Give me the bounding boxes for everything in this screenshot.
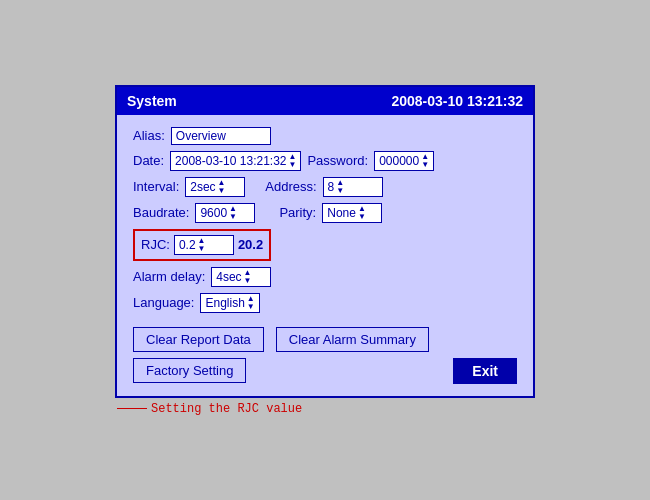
- title-bar: System 2008-03-10 13:21:32: [117, 87, 533, 115]
- password-value: 000000: [379, 154, 419, 168]
- baudrate-parity-row: Baudrate: 9600 ▲ ▼ Parity: None ▲ ▼: [133, 203, 517, 223]
- interval-value: 2sec: [190, 180, 215, 194]
- rjc-down-arrow[interactable]: ▼: [198, 245, 206, 253]
- date-password-row: Date: 2008-03-10 13:21:32 ▲ ▼ Password: …: [133, 151, 517, 171]
- alarm-delay-row: Alarm delay: 4sec ▲ ▼: [133, 267, 517, 287]
- language-label: Language:: [133, 295, 194, 310]
- address-value: 8: [328, 180, 335, 194]
- password-label: Password:: [307, 153, 368, 168]
- alias-label: Alias:: [133, 128, 165, 143]
- baudrate-field[interactable]: 9600 ▲ ▼: [195, 203, 255, 223]
- password-spinner[interactable]: ▲ ▼: [421, 153, 429, 169]
- alarm-delay-field[interactable]: 4sec ▲ ▼: [211, 267, 271, 287]
- rjc-field1[interactable]: 0.2 ▲ ▼: [174, 235, 234, 255]
- rjc-spinner1[interactable]: ▲ ▼: [198, 237, 206, 253]
- alarm-delay-spinner[interactable]: ▲ ▼: [244, 269, 252, 285]
- date-spinner[interactable]: ▲ ▼: [289, 153, 297, 169]
- alarm-delay-value: 4sec: [216, 270, 241, 284]
- date-down-arrow[interactable]: ▼: [289, 161, 297, 169]
- exit-button[interactable]: Exit: [453, 358, 517, 384]
- parity-down-arrow[interactable]: ▼: [358, 213, 366, 221]
- interval-down-arrow[interactable]: ▼: [218, 187, 226, 195]
- parity-field[interactable]: None ▲ ▼: [322, 203, 382, 223]
- address-label: Address:: [265, 179, 316, 194]
- rjc-label: RJC:: [141, 237, 170, 252]
- window-title: System: [127, 93, 177, 109]
- language-field[interactable]: English ▲ ▼: [200, 293, 260, 313]
- content-area: Alias: Overview Date: 2008-03-10 13:21:3…: [117, 115, 533, 396]
- parity-value: None: [327, 206, 356, 220]
- rjc-note-text: Setting the RJC value: [151, 402, 302, 416]
- language-spinner[interactable]: ▲ ▼: [247, 295, 255, 311]
- alias-row: Alias: Overview: [133, 127, 517, 145]
- window-datetime: 2008-03-10 13:21:32: [391, 93, 523, 109]
- alarm-delay-down-arrow[interactable]: ▼: [244, 277, 252, 285]
- factory-setting-button[interactable]: Factory Setting: [133, 358, 246, 383]
- language-row: Language: English ▲ ▼: [133, 293, 517, 313]
- button-row-1: Clear Report Data Clear Alarm Summary: [133, 327, 517, 352]
- password-field[interactable]: 000000 ▲ ▼: [374, 151, 434, 171]
- baudrate-value: 9600: [200, 206, 227, 220]
- address-spinner[interactable]: ▲ ▼: [336, 179, 344, 195]
- clear-alarm-button[interactable]: Clear Alarm Summary: [276, 327, 429, 352]
- factory-setting-wrapper: Factory Setting: [133, 358, 246, 383]
- password-down-arrow[interactable]: ▼: [421, 161, 429, 169]
- alias-field[interactable]: Overview: [171, 127, 271, 145]
- rjc-highlight-box: RJC: 0.2 ▲ ▼ 20.2: [133, 229, 271, 261]
- date-label: Date:: [133, 153, 164, 168]
- interval-field[interactable]: 2sec ▲ ▼: [185, 177, 245, 197]
- interval-address-row: Interval: 2sec ▲ ▼ Address: 8 ▲ ▼: [133, 177, 517, 197]
- baudrate-down-arrow[interactable]: ▼: [229, 213, 237, 221]
- rjc-row: RJC: 0.2 ▲ ▼ 20.2: [133, 229, 517, 261]
- parity-label: Parity:: [279, 205, 316, 220]
- system-window: System 2008-03-10 13:21:32 Alias: Overvi…: [115, 85, 535, 398]
- outer-container: System 2008-03-10 13:21:32 Alias: Overvi…: [115, 85, 535, 416]
- button-row-2: Factory Setting Exit: [133, 358, 517, 384]
- bottom-note: Setting the RJC value: [115, 402, 302, 416]
- clear-report-button[interactable]: Clear Report Data: [133, 327, 264, 352]
- baudrate-spinner[interactable]: ▲ ▼: [229, 205, 237, 221]
- address-down-arrow[interactable]: ▼: [336, 187, 344, 195]
- language-value: English: [205, 296, 244, 310]
- rjc-value1: 0.2: [179, 238, 196, 252]
- note-line: [117, 408, 147, 409]
- language-down-arrow[interactable]: ▼: [247, 303, 255, 311]
- date-value: 2008-03-10 13:21:32: [175, 154, 286, 168]
- baudrate-label: Baudrate:: [133, 205, 189, 220]
- alias-value: Overview: [176, 129, 226, 143]
- interval-spinner[interactable]: ▲ ▼: [218, 179, 226, 195]
- parity-spinner[interactable]: ▲ ▼: [358, 205, 366, 221]
- rjc-value2: 20.2: [238, 237, 263, 252]
- address-field[interactable]: 8 ▲ ▼: [323, 177, 383, 197]
- alarm-delay-label: Alarm delay:: [133, 269, 205, 284]
- date-field[interactable]: 2008-03-10 13:21:32 ▲ ▼: [170, 151, 301, 171]
- interval-label: Interval:: [133, 179, 179, 194]
